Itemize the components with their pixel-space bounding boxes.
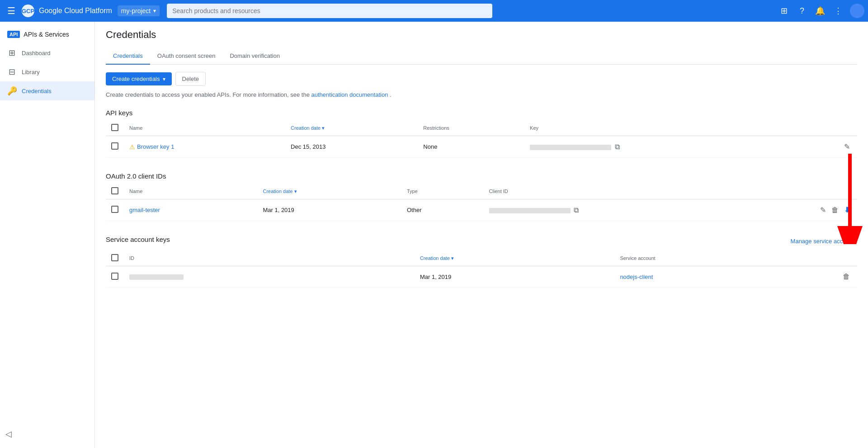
api-key-name-link[interactable]: Browser key 1 [137, 143, 174, 150]
project-selector[interactable]: my-project ▾ [118, 5, 160, 16]
service-account-keys-table: ID Creation date ▾ Service account [106, 250, 857, 288]
table-row: ⚠ Browser key 1 Dec 15, 2013 None ⧉ [106, 136, 857, 158]
download-icon[interactable]: ⬇ [842, 204, 852, 216]
sidebar-item-label: Dashboard [22, 50, 51, 57]
sidebar-collapse-button[interactable]: ◁ [0, 425, 17, 443]
main-content: Credentials Credentials OAuth consent sc… [95, 22, 868, 448]
sidebar-item-credentials[interactable]: 🔑 Credentials [0, 81, 94, 100]
tab-oauth-consent[interactable]: OAuth consent screen [150, 48, 223, 65]
sidebar-header: API APIs & Services [0, 25, 94, 43]
service-account-title: Service account keys [106, 236, 170, 243]
oauth-clients-table: Name Creation date ▾ Type Client ID [106, 184, 857, 221]
oauth-client-id-masked [489, 208, 571, 213]
logo-text: Google Cloud Platform [39, 7, 112, 15]
sak-actions-header [821, 250, 857, 266]
copy-client-id-icon[interactable]: ⧉ [572, 204, 580, 216]
table-row: gmail-tester Mar 1, 2019 Other ⧉ ✎ 🗑 [106, 199, 857, 221]
gcp-logo-icon: GCP [21, 4, 35, 18]
service-account-keys-section: Service account keys Manage service acco… [106, 236, 857, 288]
api-keys-actions-header [821, 120, 857, 136]
oauth-clients-section: OAuth 2.0 client IDs Name Creation date … [106, 172, 857, 221]
library-icon: ⊟ [7, 67, 16, 77]
nav-right-actions: ⊞ ? 🔔 ⋮ [776, 3, 864, 19]
select-all-checkbox[interactable] [111, 187, 118, 194]
sidebar-item-label: Library [22, 69, 40, 75]
oauth-date-header[interactable]: Creation date ▾ [257, 184, 401, 199]
sidebar-item-label: Credentials [22, 88, 52, 94]
delete-icon[interactable]: 🗑 [830, 204, 840, 216]
tab-bar: Credentials OAuth consent screen Domain … [106, 48, 857, 65]
help-icon[interactable]: ? [794, 3, 810, 19]
auth-docs-link[interactable]: authentication documentation [311, 91, 388, 98]
project-name: my-project [121, 7, 151, 14]
tab-domain-verification[interactable]: Domain verification [222, 48, 287, 65]
warning-icon: ⚠ [129, 143, 135, 151]
tab-credentials[interactable]: Credentials [106, 48, 150, 65]
row-checkbox[interactable] [111, 206, 118, 213]
row-checkbox[interactable] [111, 273, 118, 280]
api-keys-restrictions-header: Restrictions [418, 120, 524, 136]
search-input[interactable] [167, 4, 492, 18]
notifications-icon[interactable]: 🔔 [812, 3, 828, 19]
oauth-client-type: Other [401, 199, 484, 221]
info-text: Create credentials to access your enable… [106, 91, 857, 98]
svg-text:GCP: GCP [22, 8, 35, 14]
apps-icon[interactable]: ⊞ [776, 3, 792, 19]
more-options-icon[interactable]: ⋮ [830, 3, 846, 19]
avatar[interactable] [850, 4, 864, 18]
service-key-id-masked [129, 274, 184, 280]
edit-icon[interactable]: ✎ [842, 141, 852, 153]
delete-icon[interactable]: 🗑 [841, 271, 852, 283]
delete-button[interactable]: Delete [175, 72, 206, 86]
row-checkbox[interactable] [111, 142, 118, 150]
sak-id-header: ID [124, 250, 415, 266]
chevron-down-icon: ▾ [163, 76, 165, 82]
oauth-clients-title: OAuth 2.0 client IDs [106, 172, 857, 180]
edit-icon[interactable]: ✎ [818, 204, 828, 216]
service-account-link[interactable]: nodejs-client [620, 274, 653, 280]
oauth-type-header: Type [401, 184, 484, 199]
api-keys-date-header[interactable]: Creation date ▾ [285, 120, 418, 136]
oauth-select-all-header [106, 184, 124, 199]
oauth-client-date: Mar 1, 2019 [257, 199, 401, 221]
search-container [167, 4, 492, 18]
app-logo: GCP Google Cloud Platform [21, 4, 112, 18]
oauth-client-name-link[interactable]: gmail-tester [129, 207, 160, 213]
create-credentials-label: Create credentials [112, 75, 160, 82]
page-title: Credentials [106, 29, 857, 41]
manage-service-accounts-link[interactable]: Manage service accounts [791, 238, 857, 245]
oauth-client-row-actions: ✎ 🗑 ⬇ [818, 204, 852, 216]
api-badge: API [7, 31, 20, 38]
create-credentials-button[interactable]: Create credentials ▾ [106, 72, 172, 85]
sidebar: API APIs & Services ⊞ Dashboard ⊟ Librar… [0, 22, 95, 448]
oauth-client-id-header: Client ID [484, 184, 813, 199]
api-key-date: Dec 15, 2013 [285, 136, 418, 158]
sidebar-title: APIs & Services [24, 31, 69, 38]
api-keys-title: API keys [106, 109, 857, 117]
oauth-name-header: Name [124, 184, 257, 199]
top-nav: ☰ GCP Google Cloud Platform my-project ▾… [0, 0, 868, 22]
dashboard-icon: ⊞ [7, 48, 16, 58]
sak-date-header[interactable]: Creation date ▾ [415, 250, 614, 266]
api-key-name-cell: ⚠ Browser key 1 [129, 143, 280, 151]
service-key-date: Mar 1, 2019 [415, 266, 614, 288]
api-keys-name-header: Name [124, 120, 285, 136]
api-keys-key-header: Key [524, 120, 821, 136]
credentials-icon: 🔑 [7, 86, 16, 96]
menu-icon[interactable]: ☰ [4, 2, 19, 20]
service-key-row-actions: 🗑 [826, 271, 852, 283]
table-row: Mar 1, 2019 nodejs-client 🗑 [106, 266, 857, 288]
sak-service-account-header: Service account [614, 250, 821, 266]
api-key-row-actions: ✎ [826, 141, 852, 153]
api-keys-section: API keys Name Creation date ▾ Restrictio… [106, 109, 857, 158]
api-key-value-masked [530, 145, 611, 150]
copy-key-icon[interactable]: ⧉ [613, 141, 622, 153]
sidebar-item-library[interactable]: ⊟ Library [0, 62, 94, 81]
sidebar-item-dashboard[interactable]: ⊞ Dashboard [0, 43, 94, 62]
toolbar: Create credentials ▾ Delete [106, 72, 857, 86]
api-key-restrictions: None [418, 136, 524, 158]
chevron-down-icon: ▾ [153, 8, 156, 14]
select-all-checkbox[interactable] [111, 124, 118, 131]
select-all-checkbox[interactable] [111, 254, 118, 261]
oauth-actions-header [813, 184, 857, 199]
